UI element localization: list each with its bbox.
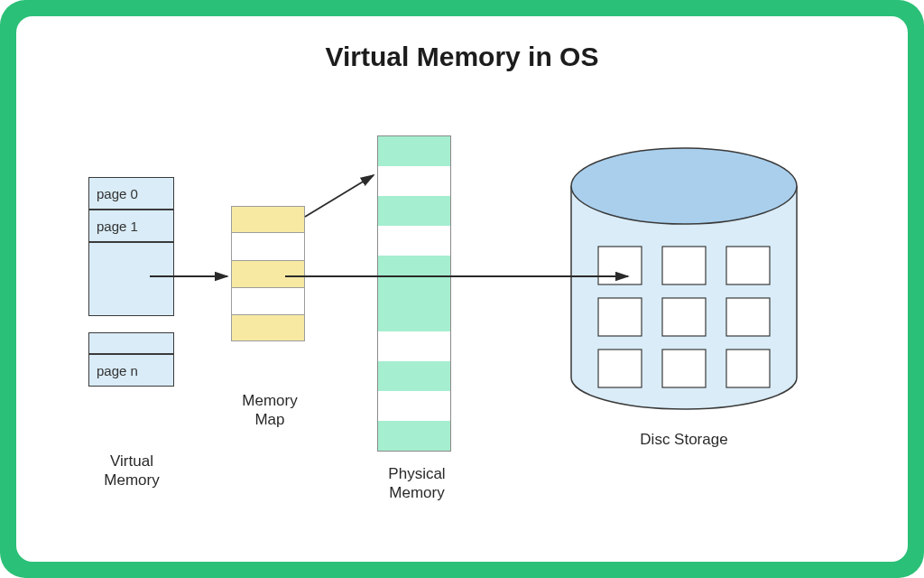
pm-row-9 xyxy=(377,391,451,421)
vm-page-blank xyxy=(88,242,174,316)
vm-page-n: page n xyxy=(88,354,174,387)
pm-row-10 xyxy=(377,421,451,451)
outer-frame: Virtual Memory in OS page 0 page 1 page … xyxy=(0,0,924,578)
svg-rect-7 xyxy=(598,350,642,387)
svg-rect-6 xyxy=(726,298,770,336)
vm-page-blank2 xyxy=(88,332,174,354)
arrow-mm-to-pm xyxy=(305,175,374,217)
virtual-memory-label: Virtual Memory xyxy=(87,452,177,490)
memory-map-label: Memory Map xyxy=(229,391,310,430)
svg-rect-5 xyxy=(662,298,706,336)
diagram-title: Virtual Memory in OS xyxy=(16,42,908,72)
physical-memory-column xyxy=(377,135,451,452)
pm-row-7 xyxy=(377,331,451,361)
pm-row-1 xyxy=(377,166,451,196)
mm-row-3 xyxy=(231,287,305,314)
pm-row-5 xyxy=(377,285,451,302)
vm-page-0: page 0 xyxy=(88,177,174,210)
mm-row-0 xyxy=(231,206,305,233)
svg-rect-3 xyxy=(726,247,770,284)
vm-gap xyxy=(88,316,174,332)
vm-page-1: page 1 xyxy=(88,210,174,242)
disc-storage-label: Disc Storage xyxy=(612,430,756,449)
pm-row-2 xyxy=(377,196,451,226)
svg-rect-1 xyxy=(598,247,642,284)
pm-row-3 xyxy=(377,226,451,256)
disc-storage-shape xyxy=(558,143,810,414)
mm-row-2 xyxy=(231,260,305,287)
svg-rect-9 xyxy=(726,350,770,387)
diagram-canvas: Virtual Memory in OS page 0 page 1 page … xyxy=(16,16,908,562)
pm-row-4 xyxy=(377,256,451,285)
svg-point-0 xyxy=(571,148,797,224)
mm-row-4 xyxy=(231,314,305,341)
pm-row-8 xyxy=(377,361,451,391)
virtual-memory-column: page 0 page 1 page n xyxy=(88,177,174,387)
pm-row-6 xyxy=(377,302,451,331)
physical-memory-label: Physical Memory xyxy=(372,464,462,503)
memory-map-column xyxy=(231,206,305,341)
svg-rect-4 xyxy=(598,298,642,336)
mm-row-1 xyxy=(231,233,305,260)
pm-row-0 xyxy=(377,136,451,166)
svg-rect-8 xyxy=(662,350,706,387)
svg-rect-2 xyxy=(662,247,706,284)
